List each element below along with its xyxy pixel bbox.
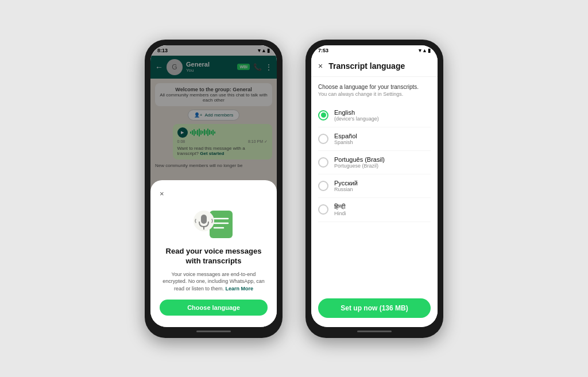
lang-sub-1: Spanish bbox=[334, 139, 431, 145]
lang-name-4: हिन्दी bbox=[334, 203, 431, 211]
lang-name-1: Español bbox=[334, 133, 431, 139]
wifi-icon-2: ▴ bbox=[423, 48, 426, 53]
language-subtitle-1: Choose a language for your transcripts. bbox=[318, 84, 431, 90]
radio-inner-0 bbox=[321, 112, 326, 118]
time-2: 7:53 bbox=[318, 48, 328, 53]
language-body: Choose a language for your transcripts. … bbox=[311, 77, 438, 293]
language-option-3[interactable]: РусскийRussian bbox=[318, 174, 431, 198]
close-button[interactable]: × bbox=[318, 61, 323, 71]
learn-more-link[interactable]: Learn More bbox=[226, 286, 254, 292]
modal-close-button[interactable]: × bbox=[160, 189, 164, 198]
lang-name-0: English bbox=[334, 109, 431, 116]
phone-1: 8:13 ▾ ▴ ▮ ← G General You WBI 📞 ⋮ bbox=[145, 40, 283, 338]
phone-2-screen: 7:53 ▾ ▴ ▮ × Transcript language Choose … bbox=[311, 45, 438, 327]
language-option-4[interactable]: हिन्दीHindi bbox=[318, 198, 431, 222]
lang-sub-3: Russian bbox=[334, 186, 431, 192]
status-icons-2: ▾ ▴ ▮ bbox=[419, 48, 431, 53]
lang-sub-0: (device's language) bbox=[334, 116, 431, 122]
voice-transcript-illustration bbox=[188, 205, 239, 242]
language-option-0[interactable]: English(device's language) bbox=[318, 104, 431, 127]
lang-info-1: EspañolSpanish bbox=[334, 133, 431, 145]
modal-sheet: × bbox=[150, 180, 277, 327]
lang-info-4: हिन्दीHindi bbox=[334, 203, 431, 216]
radio-outer-2 bbox=[318, 157, 328, 168]
modal-overlay: × bbox=[150, 45, 277, 327]
radio-outer-1 bbox=[318, 134, 328, 144]
signal-icon-2: ▾ bbox=[419, 48, 421, 53]
svg-rect-5 bbox=[201, 215, 207, 224]
lang-info-3: РусскийRussian bbox=[334, 180, 431, 192]
language-subtitle-2: You can always change it in Settings. bbox=[318, 91, 431, 97]
setup-button[interactable]: Set up now (136 MB) bbox=[318, 298, 431, 318]
modal-title: Read your voice messages with transcript… bbox=[160, 247, 268, 266]
status-bar-2: 7:53 ▾ ▴ ▮ bbox=[311, 45, 438, 56]
language-option-2[interactable]: Português (Brasil)Portuguese (Brazil) bbox=[318, 151, 431, 174]
language-option-1[interactable]: EspañolSpanish bbox=[318, 127, 431, 151]
choose-language-button[interactable]: Choose language bbox=[160, 300, 268, 316]
lang-info-0: English(device's language) bbox=[334, 109, 431, 122]
language-header: × Transcript language bbox=[311, 56, 438, 77]
modal-description: Your voice messages are end-to-end encry… bbox=[160, 271, 268, 293]
lang-sub-4: Hindi bbox=[334, 211, 431, 216]
phone-2: 7:53 ▾ ▴ ▮ × Transcript language Choose … bbox=[305, 40, 443, 338]
radio-outer-3 bbox=[318, 181, 328, 191]
lang-sub-2: Portuguese (Brazil) bbox=[334, 163, 431, 169]
home-indicator-2 bbox=[357, 331, 392, 332]
language-options: English(device's language)EspañolSpanish… bbox=[318, 104, 431, 222]
radio-outer-4 bbox=[318, 204, 328, 215]
lang-info-2: Português (Brasil)Portuguese (Brazil) bbox=[334, 156, 431, 169]
lang-name-3: Русский bbox=[334, 180, 431, 186]
phone-1-screen: 8:13 ▾ ▴ ▮ ← G General You WBI 📞 ⋮ bbox=[150, 45, 277, 327]
radio-outer-0 bbox=[318, 110, 328, 121]
home-indicator-1 bbox=[196, 331, 231, 332]
language-title: Transcript language bbox=[328, 61, 405, 71]
battery-icon-2: ▮ bbox=[428, 48, 431, 53]
lang-name-2: Português (Brasil) bbox=[334, 156, 431, 163]
language-footer: Set up now (136 MB) bbox=[311, 293, 438, 327]
